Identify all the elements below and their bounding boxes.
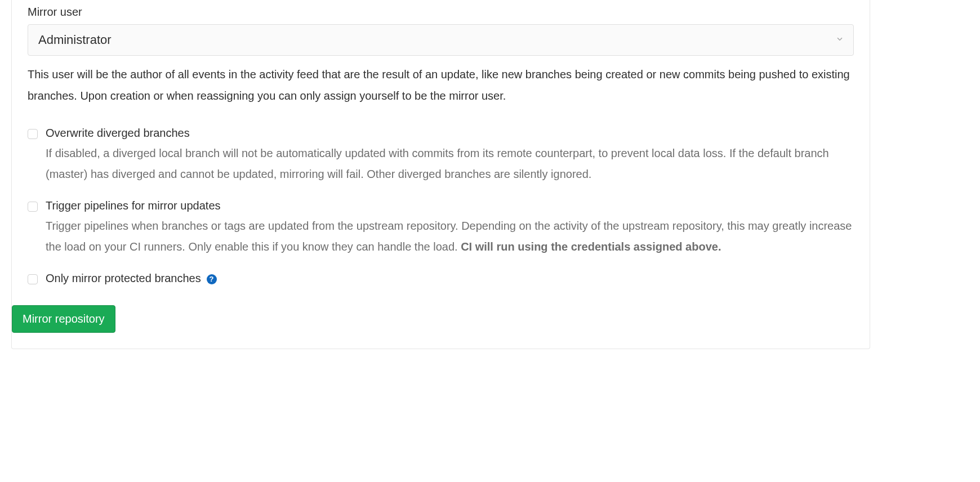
overwrite-diverged-checkbox[interactable] <box>28 129 38 139</box>
trigger-pipelines-description: Trigger pipelines when branches or tags … <box>46 216 854 257</box>
protected-branches-content: Only mirror protected branches ? <box>46 272 854 285</box>
trigger-pipelines-label[interactable]: Trigger pipelines for mirror updates <box>46 199 221 212</box>
mirror-settings-panel: Mirror user Administrator This user will… <box>11 0 870 349</box>
overwrite-diverged-description: If disabled, a diverged local branch wil… <box>46 143 854 185</box>
protected-branches-option: Only mirror protected branches ? <box>28 272 854 285</box>
help-icon[interactable]: ? <box>207 274 217 284</box>
mirror-user-select-wrapper: Administrator <box>28 24 854 56</box>
mirror-user-field: Mirror user Administrator This user will… <box>28 6 854 106</box>
protected-branches-label[interactable]: Only mirror protected branches <box>46 272 201 284</box>
protected-branches-checkbox[interactable] <box>28 274 38 284</box>
overwrite-diverged-content: Overwrite diverged branches If disabled,… <box>46 127 854 185</box>
trigger-pipelines-checkbox[interactable] <box>28 202 38 212</box>
mirror-user-select[interactable]: Administrator <box>28 24 854 56</box>
mirror-repository-button[interactable]: Mirror repository <box>12 305 115 333</box>
mirror-options: Overwrite diverged branches If disabled,… <box>28 127 854 285</box>
trigger-pipelines-option: Trigger pipelines for mirror updates Tri… <box>28 199 854 257</box>
overwrite-diverged-label[interactable]: Overwrite diverged branches <box>46 127 190 139</box>
mirror-user-label: Mirror user <box>28 6 854 19</box>
trigger-pipelines-content: Trigger pipelines for mirror updates Tri… <box>46 199 854 257</box>
overwrite-diverged-option: Overwrite diverged branches If disabled,… <box>28 127 854 185</box>
mirror-user-description: This user will be the author of all even… <box>28 64 854 106</box>
